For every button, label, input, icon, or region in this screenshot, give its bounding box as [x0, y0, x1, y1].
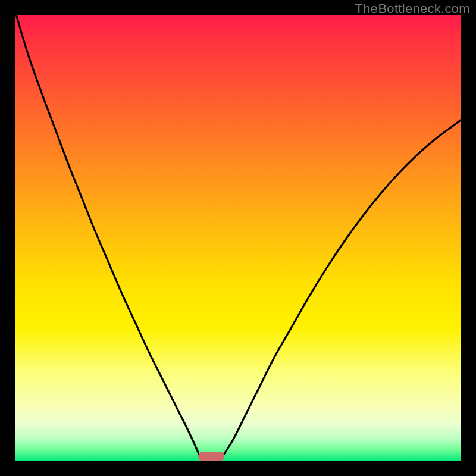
plot-area	[15, 15, 461, 461]
bottleneck-curve	[15, 15, 461, 461]
watermark-text: TheBottleneck.com	[355, 1, 470, 17]
minimum-marker	[198, 452, 224, 461]
